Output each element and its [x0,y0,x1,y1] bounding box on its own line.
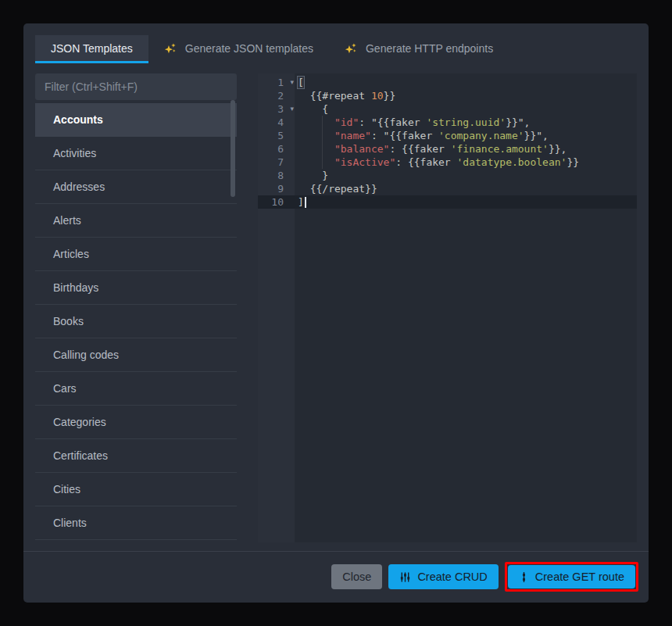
fold-arrow-icon[interactable]: ▾ [290,76,294,89]
tab-label: Generate HTTP endpoints [366,42,493,55]
line-number: 7 [258,156,295,169]
list-item[interactable]: Addresses [35,170,237,204]
create-get-route-button[interactable]: Create GET route [508,565,635,588]
code-editor[interactable]: 1▾23▾45678910 [ {{#repeat 10}} { "id": "… [258,73,637,542]
filter-input[interactable] [35,73,237,100]
close-button[interactable]: Close [331,564,382,589]
button-label: Create GET route [535,571,624,583]
fold-arrow-icon[interactable]: ▾ [290,102,294,116]
sparkles-icon [164,41,177,55]
crud-routes-icon [399,571,411,583]
list-item[interactable]: Books [35,305,237,338]
line-number: 9 [258,182,295,195]
list-item[interactable]: Cities [35,473,237,506]
line-number: 10 [258,195,295,209]
code-line: } [295,169,637,182]
line-number: 8 [258,169,295,182]
line-number: 3▾ [258,102,295,116]
list-item[interactable]: Calling codes [35,338,237,372]
editor-content: [ {{#repeat 10}} { "id": "{{faker 'strin… [295,73,637,542]
list-item[interactable]: Activities [35,137,237,170]
list-item[interactable]: Accounts [35,103,237,137]
list-item[interactable]: Certificates [35,439,237,473]
tab-generate-json-templates[interactable]: Generate JSON templates [148,35,329,63]
tab-bar: JSON Templates Generate JSON templates G… [35,35,509,63]
tab-generate-http-endpoints[interactable]: Generate HTTP endpoints [329,35,509,63]
line-number: 1▾ [258,76,295,89]
code-line: { [295,102,637,116]
create-crud-button[interactable]: Create CRUD [388,564,498,589]
code-line: "balance": {{faker 'finance.amount'}}, [295,142,637,156]
tab-label: Generate JSON templates [185,42,313,55]
editor-gutter: 1▾23▾45678910 [258,73,295,542]
code-line: ] [295,195,637,209]
code-line: {{/repeat}} [295,182,637,195]
code-line: "name": "{{faker 'company.name'}}", [295,129,637,142]
code-line: {{#repeat 10}} [295,89,637,102]
sparkles-icon [345,41,358,55]
list-item[interactable]: Clients [35,506,237,540]
list-item[interactable]: Alerts [35,204,237,238]
get-route-icon [519,571,529,583]
text-cursor [305,197,306,208]
line-number: 5 [258,129,295,142]
modal-footer: Close Create CRUD Create GET route [23,551,649,603]
list-item[interactable]: Cars [35,372,237,406]
code-line: "isActive": {{faker 'datatype.boolean'}} [295,156,637,169]
tab-json-templates[interactable]: JSON Templates [35,35,148,63]
code-line: [ [295,76,637,89]
json-templates-modal: JSON Templates Generate JSON templates G… [23,23,649,603]
line-number: 6 [258,142,295,156]
code-line: "id": "{{faker 'string.uuid'}}", [295,116,637,129]
highlight-box: Create GET route [505,562,638,592]
tab-label: JSON Templates [51,42,133,55]
list-item[interactable]: Articles [35,238,237,271]
line-number: 4 [258,116,295,129]
line-number: 2 [258,89,295,102]
list-item[interactable]: Birthdays [35,271,237,305]
list-item[interactable]: Categories [35,406,237,439]
template-list: AccountsActivitiesAddressesAlertsArticle… [35,103,237,540]
button-label: Create CRUD [417,571,487,583]
list-scrollbar-thumb[interactable] [231,100,235,197]
